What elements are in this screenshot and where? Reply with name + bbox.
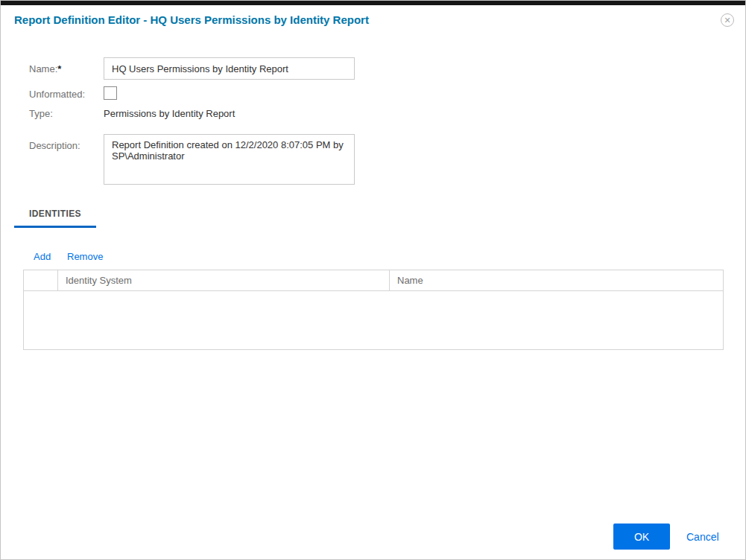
column-header-name: Name (390, 270, 723, 290)
name-label: Name:* (29, 63, 61, 74)
dialog-title: Report Definition Editor - HQ Users Perm… (14, 13, 369, 26)
description-textarea[interactable]: Report Definition created on 12/2/2020 8… (104, 134, 355, 185)
required-marker: * (57, 63, 61, 74)
add-button[interactable]: Add (34, 251, 51, 262)
column-header-identity-system: Identity System (58, 270, 390, 290)
name-label-text: Name: (29, 63, 57, 74)
column-header-select (24, 270, 58, 290)
table-body-empty (24, 291, 723, 349)
unformatted-checkbox[interactable] (104, 86, 117, 100)
tab-identities[interactable]: IDENTITIES (14, 209, 96, 228)
ok-button[interactable]: OK (613, 524, 670, 550)
name-input[interactable] (104, 57, 355, 80)
dialog-top-border (1, 1, 745, 5)
cancel-button[interactable]: Cancel (686, 531, 719, 543)
table-header-row: Identity System Name (24, 270, 723, 291)
identities-table: Identity System Name (23, 270, 724, 350)
unformatted-label: Unformatted: (29, 89, 85, 100)
description-label: Description: (29, 140, 80, 151)
close-icon[interactable]: ✕ (721, 13, 734, 27)
type-value: Permissions by Identity Report (104, 108, 235, 119)
report-definition-dialog: Report Definition Editor - HQ Users Perm… (0, 0, 746, 560)
remove-button[interactable]: Remove (67, 251, 103, 262)
type-label: Type: (29, 108, 53, 119)
